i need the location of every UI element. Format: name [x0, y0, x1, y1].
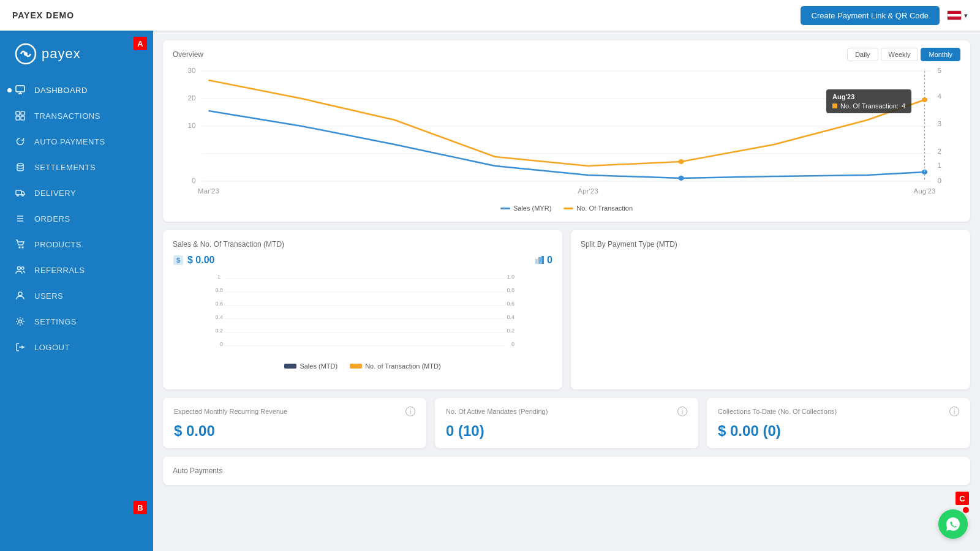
info-icon-2[interactable]: i — [949, 407, 959, 416]
user-icon — [15, 290, 26, 301]
users-icon — [15, 264, 26, 276]
sidebar-item-referrals[interactable]: REFERRALS — [0, 257, 153, 283]
svg-text:Aug'23: Aug'23 — [914, 188, 936, 195]
mtd-chart: 1 0.8 0.6 0.4 0.2 0 1.0 0.8 0.6 0.4 0.2 … — [173, 269, 552, 355]
svg-text:5: 5 — [938, 67, 941, 74]
svg-text:0: 0 — [220, 341, 223, 347]
svg-text:0.4: 0.4 — [215, 314, 223, 320]
svg-text:4: 4 — [938, 93, 941, 100]
auto-payments-card: Auto Payments — [163, 457, 970, 485]
legend-transaction-label: No. Of Transaction — [576, 204, 633, 212]
refresh-icon — [15, 136, 26, 147]
mtd-title: Sales & No. Of Transaction (MTD) — [173, 240, 552, 249]
sidebar-label-products: PRODUCTS — [34, 240, 81, 249]
monitor-icon — [15, 84, 26, 96]
sidebar-item-transactions[interactable]: TRANSACTIONS — [0, 103, 153, 129]
header-right: Create Payment Link & QR Code ▾ — [801, 6, 968, 25]
sidebar-logo-text: payex — [42, 46, 81, 62]
mtd-legend-transaction-color — [350, 364, 362, 369]
truck-icon — [15, 187, 26, 198]
svg-text:0.8: 0.8 — [215, 287, 223, 293]
tab-weekly[interactable]: Weekly — [881, 48, 919, 61]
mtd-legend-transaction: No. of Transaction (MTD) — [350, 362, 440, 370]
sidebar-label-dashboard: DASHBOARD — [34, 86, 88, 95]
split-payment-card: Split By Payment Type (MTD) — [571, 230, 970, 389]
svg-rect-49 — [538, 257, 541, 264]
sidebar-item-settings[interactable]: SETTINGS — [0, 309, 153, 334]
sidebar-label-referrals: REFERRALS — [34, 266, 85, 275]
svg-text:1.0: 1.0 — [507, 274, 514, 280]
sidebar-item-orders[interactable]: ORDERS — [0, 206, 153, 231]
whatsapp-icon — [945, 516, 961, 532]
stat-card-0: Expected Monthly Recurring Revenue i $ 0… — [163, 398, 426, 448]
list-icon — [15, 213, 26, 224]
svg-rect-10 — [16, 190, 21, 195]
sidebar-item-products[interactable]: PRODUCTS — [0, 231, 153, 257]
info-icon-0[interactable]: i — [405, 407, 415, 416]
legend-transaction-color — [564, 208, 573, 209]
overview-title: Overview — [173, 50, 960, 59]
svg-point-38 — [678, 176, 684, 181]
svg-point-18 — [18, 267, 21, 270]
svg-point-1 — [24, 52, 28, 56]
sidebar-item-delivery[interactable]: DELIVERY — [0, 180, 153, 206]
stat-label-2: Collections To-Date (No. Of Collections)… — [718, 407, 959, 416]
sidebar-label-transactions: TRANSACTIONS — [34, 111, 100, 121]
svg-text:Mar'23: Mar'23 — [198, 188, 219, 195]
stat-label-1: No. Of Active Mandates (Pending) i — [446, 407, 687, 416]
flag-icon — [947, 10, 962, 20]
create-payment-button[interactable]: Create Payment Link & QR Code — [801, 6, 940, 25]
svg-point-11 — [17, 195, 18, 196]
mtd-legend-sales: Sales (MTD) — [284, 362, 337, 370]
svg-rect-8 — [21, 116, 24, 120]
sidebar-item-dashboard[interactable]: DASHBOARD — [0, 77, 153, 103]
svg-text:0.4: 0.4 — [507, 314, 514, 320]
svg-text:0: 0 — [192, 178, 195, 184]
svg-text:$: $ — [176, 257, 180, 264]
sidebar-logo: payex — [0, 31, 153, 77]
mtd-count: 0 — [535, 255, 552, 266]
stats-row: Expected Monthly Recurring Revenue i $ 0… — [163, 398, 970, 448]
sidebar-label-logout: LOGOUT — [34, 343, 70, 352]
database-icon — [15, 162, 26, 173]
info-icon-1[interactable]: i — [677, 407, 687, 416]
svg-rect-50 — [541, 256, 544, 264]
svg-point-9 — [17, 163, 23, 166]
split-payment-title: Split By Payment Type (MTD) — [581, 240, 960, 249]
sidebar-item-logout[interactable]: LOGOUT — [0, 334, 153, 360]
content-area: Overview Daily Weekly Monthly 30 20 1 — [153, 31, 980, 551]
legend-sales: Sales (MYR) — [500, 204, 551, 212]
svg-text:30: 30 — [187, 67, 195, 74]
sidebar-item-users[interactable]: USERS — [0, 283, 153, 309]
svg-point-12 — [22, 195, 23, 196]
sidebar-item-settlements[interactable]: SETTLEMENTS — [0, 154, 153, 180]
svg-text:0.6: 0.6 — [507, 301, 514, 307]
chevron-down-icon: ▾ — [964, 12, 968, 20]
mtd-legend-transaction-label: No. of Transaction (MTD) — [365, 362, 440, 370]
tab-daily[interactable]: Daily — [847, 48, 878, 61]
svg-text:1: 1 — [938, 162, 941, 169]
sidebar-label-users: USERS — [34, 291, 63, 301]
whatsapp-notification-dot — [963, 507, 969, 513]
svg-text:0: 0 — [938, 178, 941, 184]
sidebar-label-orders: ORDERS — [34, 214, 70, 223]
tab-monthly[interactable]: Monthly — [921, 48, 960, 61]
svg-point-16 — [19, 247, 20, 248]
main-layout: A payex DASHBOARD TRANSACTIONS — [0, 31, 980, 551]
whatsapp-button[interactable] — [938, 509, 968, 539]
svg-text:0.2: 0.2 — [215, 328, 223, 334]
overview-chart-area: 30 20 10 0 5 4 3 2 1 0 — [173, 65, 960, 200]
svg-text:0.8: 0.8 — [507, 287, 514, 293]
app-title: PAYEX DEMO — [12, 10, 74, 20]
bar-icon — [535, 255, 545, 265]
stat-card-2: Collections To-Date (No. Of Collections)… — [707, 398, 970, 448]
sidebar-label-settings: SETTINGS — [34, 317, 77, 326]
flag-selector[interactable]: ▾ — [947, 10, 968, 20]
svg-text:0.2: 0.2 — [507, 328, 514, 334]
mtd-amount: $ $ 0.00 — [173, 255, 214, 266]
svg-rect-2 — [16, 86, 24, 92]
overview-svg-chart: 30 20 10 0 5 4 3 2 1 0 — [173, 65, 960, 200]
cart-icon — [15, 239, 26, 250]
sidebar-item-auto-payments[interactable]: AUTO PAYMENTS — [0, 129, 153, 154]
split-chart — [581, 255, 960, 377]
